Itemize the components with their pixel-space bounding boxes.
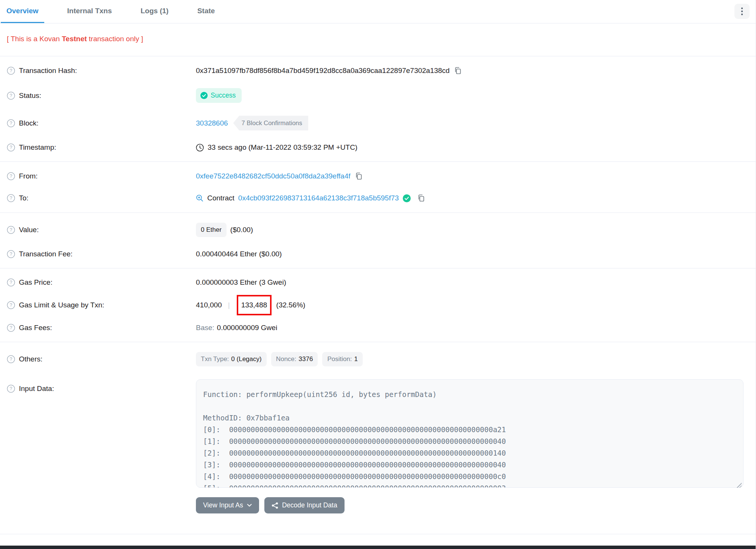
to-address-link[interactable]: 0x4cb093f226983713164a62138c3f718a5b595f… — [238, 194, 399, 202]
input-data-label: Input Data: — [19, 385, 54, 393]
tab-internal-txns[interactable]: Internal Txns — [62, 0, 118, 23]
gas-price-label: Gas Price: — [19, 278, 53, 287]
position-value: 1 — [354, 355, 358, 363]
zoom-in-icon[interactable] — [196, 194, 203, 202]
timestamp-label: Timestamp: — [19, 143, 56, 152]
row-transaction-fee: Transaction Fee: 0.000400464 Ether ($0.0… — [0, 243, 756, 265]
help-icon[interactable] — [7, 67, 15, 75]
row-transaction-hash: Transaction Hash: 0x371a51097fb78df856f8… — [0, 60, 756, 82]
help-icon[interactable] — [7, 172, 15, 180]
base-fee-label: Base: — [196, 324, 214, 332]
gas-limit-label: Gas Limit & Usage by Txn: — [19, 301, 104, 309]
row-input-data: Input Data: Function: performUpkeep(uint… — [0, 373, 756, 491]
row-gas-price: Gas Price: 0.000000003 Ether (3 Gwei) — [0, 272, 756, 293]
row-timestamp: Timestamp: 33 secs ago (Mar-11-2022 03:5… — [0, 137, 756, 158]
transaction-overview-page: Overview Internal Txns Logs (1) State [ … — [0, 0, 756, 549]
from-label: From: — [19, 172, 38, 180]
footer-bar — [0, 546, 756, 549]
others-label: Others: — [19, 355, 42, 363]
decode-input-data-button[interactable]: Decode Input Data — [264, 497, 345, 513]
clock-icon — [196, 144, 204, 152]
copy-icon — [417, 194, 426, 203]
gas-used-value: 133,488 — [241, 301, 267, 309]
transaction-hash-value: 0x371a51097fb78df856f8b4a7bd459f192d8cc8… — [196, 67, 450, 75]
transaction-fee-value: 0.000400464 Ether ($0.00) — [196, 250, 282, 258]
overview-content: Transaction Hash: 0x371a51097fb78df856f8… — [0, 56, 756, 521]
to-label: To: — [19, 194, 28, 202]
row-gas-fees: Gas Fees: Base: 0.000000009 Gwei — [0, 317, 756, 338]
help-icon[interactable] — [7, 355, 15, 363]
copy-txhash-button[interactable] — [453, 66, 463, 75]
status-badge: Success — [196, 88, 242, 103]
help-icon[interactable] — [7, 119, 15, 127]
block-confirmations-badge: 7 Block Confirmations — [233, 116, 308, 130]
ether-value-badge: 0 Ether — [196, 223, 227, 237]
block-number-link[interactable]: 30328606 — [196, 119, 228, 127]
input-data-actions: View Input As Decode Input Data — [0, 491, 756, 517]
nonce-value: 3376 — [299, 355, 313, 363]
check-circle-icon — [200, 92, 208, 99]
help-icon[interactable] — [7, 143, 15, 152]
notice-bold: Testnet — [62, 35, 87, 43]
position-label: Position: — [327, 355, 352, 363]
testnet-notice: [ This is a Kovan Testnet transaction on… — [0, 23, 756, 56]
copy-from-address-button[interactable] — [354, 172, 363, 181]
tab-overview[interactable]: Overview — [1, 0, 44, 23]
transaction-fee-label: Transaction Fee: — [19, 250, 73, 258]
nonce-label: Nonce: — [276, 355, 297, 363]
status-label: Status: — [19, 92, 41, 100]
help-icon[interactable] — [7, 194, 15, 202]
help-icon[interactable] — [7, 301, 15, 309]
to-contract-label: Contract — [207, 194, 234, 202]
tab-logs[interactable]: Logs (1) — [135, 0, 174, 23]
nonce-badge: Nonce:3376 — [271, 352, 318, 366]
from-address-link[interactable]: 0xfee7522e8482682cf50ddc50a0f8da2a39effa… — [196, 172, 351, 180]
row-value: Value: 0 Ether ($0.00) — [0, 216, 756, 243]
txn-type-label: Txn Type: — [201, 355, 229, 363]
row-status: Status: Success — [0, 82, 756, 109]
block-label: Block: — [19, 119, 39, 127]
row-gas-limit-usage: Gas Limit & Usage by Txn: 410,000 | 133,… — [0, 293, 756, 317]
copy-icon — [453, 66, 463, 75]
txn-type-badge: Txn Type:0 (Legacy) — [196, 352, 267, 366]
kebab-menu-icon — [741, 7, 743, 16]
gas-used-annotation-box: 133,488 — [237, 295, 272, 315]
help-icon[interactable] — [7, 385, 15, 393]
help-icon[interactable] — [7, 278, 15, 287]
verified-contract-icon — [403, 194, 411, 202]
decode-input-data-label: Decode Input Data — [282, 501, 337, 509]
row-block: Block: 30328606 7 Block Confirmations — [0, 109, 756, 137]
base-fee-value: 0.000000009 Gwei — [217, 324, 278, 332]
chevron-down-icon — [247, 504, 252, 507]
input-data-container: Function: performUpkeep(uint256 id, byte… — [196, 379, 744, 490]
value-label: Value: — [19, 226, 39, 234]
tab-state[interactable]: State — [192, 0, 220, 23]
row-from: From: 0xfee7522e8482682cf50ddc50a0f8da2a… — [0, 165, 756, 187]
copy-to-address-button[interactable] — [417, 194, 426, 203]
help-icon[interactable] — [7, 324, 15, 332]
position-badge: Position:1 — [322, 352, 363, 366]
gas-fees-label: Gas Fees: — [19, 324, 52, 332]
usd-value: ($0.00) — [230, 226, 253, 234]
separator: | — [226, 301, 232, 309]
view-input-as-button[interactable]: View Input As — [196, 497, 259, 513]
transaction-hash-label: Transaction Hash: — [19, 67, 77, 75]
page-footer — [0, 534, 756, 549]
view-input-as-label: View Input As — [203, 501, 243, 509]
row-to: To: Contract 0x4cb093f226983713164a62138… — [0, 187, 756, 209]
help-icon[interactable] — [7, 92, 15, 100]
help-icon[interactable] — [7, 250, 15, 258]
status-badge-text: Success — [211, 92, 236, 99]
decode-icon — [272, 502, 278, 509]
notice-suffix: transaction only ] — [87, 35, 143, 43]
gas-used-percent: (32.56%) — [276, 301, 305, 309]
help-icon[interactable] — [7, 226, 15, 234]
input-data-textarea[interactable]: Function: performUpkeep(uint256 id, byte… — [196, 379, 744, 488]
row-others: Others: Txn Type:0 (Legacy) Nonce:3376 P… — [0, 346, 756, 373]
more-options-button[interactable] — [734, 4, 750, 19]
notice-prefix: [ This is a Kovan — [7, 35, 62, 43]
tab-bar: Overview Internal Txns Logs (1) State — [0, 0, 756, 23]
copy-icon — [354, 172, 363, 181]
gas-limit-value: 410,000 — [196, 301, 222, 309]
timestamp-value: 33 secs ago (Mar-11-2022 03:59:32 PM +UT… — [208, 143, 357, 152]
